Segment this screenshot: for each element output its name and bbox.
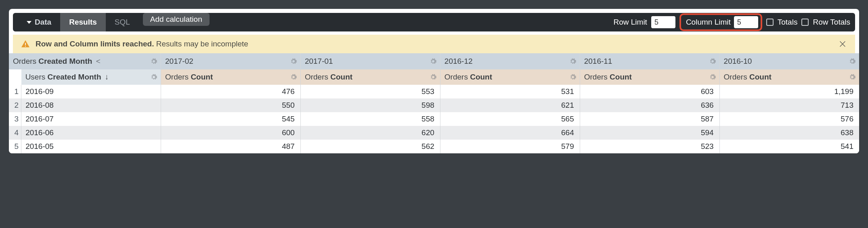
table-row: 52016-05487562579523541: [9, 140, 859, 153]
column-limit-label: Column Limit: [686, 18, 731, 27]
measure-header[interactable]: Orders Count: [580, 69, 719, 85]
svg-rect-1: [25, 46, 26, 47]
chevron-left-icon: <: [96, 57, 101, 65]
svg-rect-0: [25, 43, 26, 45]
alert-detail-text: Results may be incomplete: [156, 40, 248, 48]
table-row: 42016-06600620664594638: [9, 126, 859, 140]
measure-header[interactable]: Orders Count: [161, 69, 301, 85]
table-row: 12016-094765535316031,199: [9, 85, 859, 98]
gear-icon[interactable]: [290, 73, 297, 81]
gear-icon[interactable]: [150, 73, 157, 81]
measure-header[interactable]: Orders Count: [719, 69, 859, 85]
caret-down-icon: [27, 21, 31, 24]
tab-results[interactable]: Results: [60, 13, 106, 31]
row-limit-label: Row Limit: [613, 18, 647, 27]
data-panel: Data Results SQL Add calculation Row Lim…: [9, 9, 859, 153]
pivot-dimension-header[interactable]: Orders Created Month <: [9, 53, 161, 69]
gear-icon[interactable]: [849, 58, 856, 65]
gear-icon[interactable]: [709, 73, 716, 81]
checkbox-icon: [766, 19, 774, 26]
table-row: 22016-08550598621636713: [9, 98, 859, 112]
results-table: Orders Created Month < 2017-02 2017-01: [9, 53, 859, 153]
sort-desc-icon: ↓: [105, 73, 109, 81]
data-toolbar: Data Results SQL Add calculation Row Lim…: [13, 13, 855, 31]
gear-icon[interactable]: [849, 73, 856, 81]
warning-icon: [21, 40, 30, 48]
pivot-col-header[interactable]: 2016-10: [719, 53, 859, 69]
gear-icon[interactable]: [430, 58, 437, 65]
add-calculation-button[interactable]: Add calculation: [143, 13, 210, 26]
row-limit-input[interactable]: [651, 16, 675, 28]
row-dimension-header[interactable]: Users Created Month ↓: [21, 69, 161, 85]
alert-dismiss-button[interactable]: [838, 40, 847, 48]
gear-icon[interactable]: [150, 58, 157, 65]
totals-label: Totals: [778, 18, 798, 27]
pivot-col-header[interactable]: 2016-12: [440, 53, 580, 69]
measure-header[interactable]: Orders Count: [300, 69, 440, 85]
gear-icon[interactable]: [569, 73, 577, 81]
gear-icon[interactable]: [709, 58, 716, 65]
limits-warning-alert: Row and Column limits reached. Results m…: [13, 35, 855, 53]
table-row: 32016-07545558565587576: [9, 112, 859, 126]
tab-results-label: Results: [69, 18, 97, 27]
row-index-header: [9, 69, 21, 85]
row-totals-checkbox[interactable]: Row Totals: [801, 18, 850, 27]
row-totals-label: Row Totals: [813, 18, 850, 27]
pivot-col-header[interactable]: 2017-01: [300, 53, 440, 69]
measure-header[interactable]: Orders Count: [440, 69, 580, 85]
gear-icon[interactable]: [290, 58, 297, 65]
alert-strong-text: Row and Column limits reached.: [36, 40, 154, 48]
checkbox-icon: [801, 19, 809, 26]
tab-data-label: Data: [35, 18, 51, 27]
tab-sql-label: SQL: [115, 18, 130, 27]
tab-sql[interactable]: SQL: [106, 13, 139, 31]
pivot-col-header[interactable]: 2016-11: [580, 53, 719, 69]
column-limit-input[interactable]: [734, 16, 758, 28]
tab-data[interactable]: Data: [18, 13, 60, 31]
totals-checkbox[interactable]: Totals: [766, 18, 798, 27]
gear-icon[interactable]: [430, 73, 437, 81]
add-calculation-label: Add calculation: [150, 15, 202, 24]
column-limit-group: Column Limit: [679, 13, 762, 31]
pivot-col-header[interactable]: 2017-02: [161, 53, 301, 69]
gear-icon[interactable]: [569, 58, 577, 65]
